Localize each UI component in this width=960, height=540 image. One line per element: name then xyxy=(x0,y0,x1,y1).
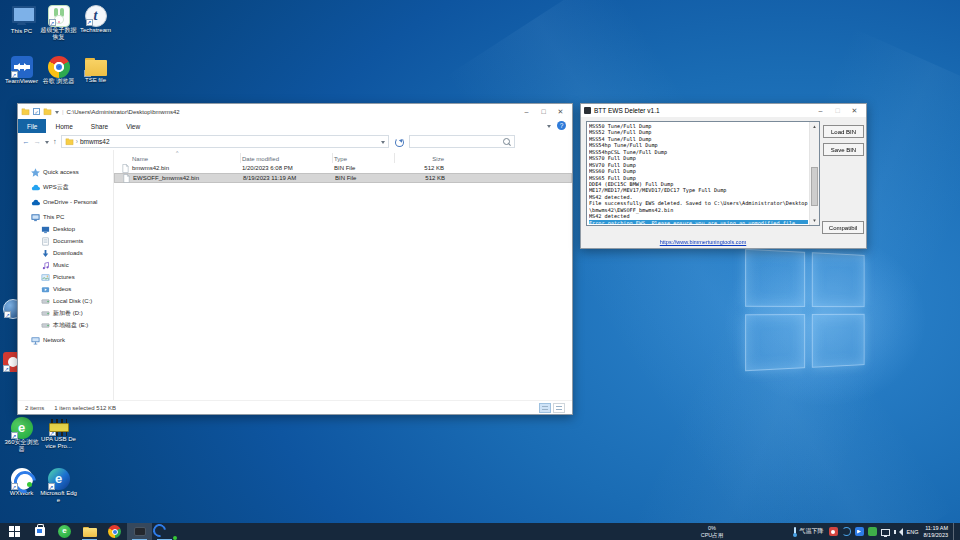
forward-button[interactable]: → xyxy=(34,137,42,146)
taskbar-360-browser[interactable] xyxy=(52,523,77,540)
tray-wxwork-icon[interactable] xyxy=(855,527,864,536)
cpu-usage-widget[interactable]: 0% CPU占用 xyxy=(682,525,742,538)
chrome-icon xyxy=(108,525,121,538)
shortcut-overlay-icon xyxy=(86,19,93,26)
close-button[interactable]: ✕ xyxy=(846,104,863,117)
taskbar-clock[interactable]: 11:19 AM 8/19/2023 xyxy=(924,525,948,538)
sidebar-item--d-[interactable]: 新加卷 (D:) xyxy=(18,307,113,319)
maximize-button[interactable]: □ xyxy=(829,104,846,117)
sidebar-item-downloads[interactable]: Downloads xyxy=(18,247,113,259)
up-button[interactable]: ↑ xyxy=(53,137,57,146)
scroll-up-arrow-icon[interactable]: ▲ xyxy=(810,122,819,131)
file-name-cell: EWSOFF_bmwms42.bin xyxy=(115,174,243,183)
explorer-main: Quick accessWPS云盘OneDrive - PersonalThis… xyxy=(18,150,572,400)
column-header-name[interactable]: Name xyxy=(114,156,242,162)
tray-green-app-icon[interactable] xyxy=(868,527,877,536)
minimize-button[interactable]: – xyxy=(812,104,829,117)
column-header-date-modified[interactable]: Date modified xyxy=(242,156,334,162)
wxwork-icon xyxy=(158,525,171,538)
sidebar-item-onedrive-personal[interactable]: OneDrive - Personal xyxy=(18,196,113,208)
sidebar-item-pictures[interactable]: Pictures xyxy=(18,271,113,283)
language-indicator[interactable]: ENG xyxy=(907,529,919,535)
desktop-icon-tse-file[interactable]: TSE file xyxy=(77,55,114,101)
desktop-icon-teamviewer[interactable]: TeamViewer xyxy=(3,55,40,101)
sidebar-item-local-disk-c-[interactable]: Local Disk (C:) xyxy=(18,295,113,307)
desktop-icon-google-chrome[interactable]: 谷歌 浏览器 xyxy=(40,55,77,101)
scroll-down-arrow-icon[interactable]: ▼ xyxy=(810,216,819,225)
cloudone-icon xyxy=(31,198,40,207)
tray-sync-icon[interactable] xyxy=(842,527,851,536)
log-line-highlighted: Error patching EWS. Please ensure you ar… xyxy=(589,220,808,224)
chevron-down-icon[interactable] xyxy=(55,111,59,116)
sidebar-item-music[interactable]: Music xyxy=(18,259,113,271)
load-bin-button[interactable]: Load BIN xyxy=(823,125,864,138)
search-box[interactable] xyxy=(409,135,515,148)
checkmark-icon[interactable] xyxy=(33,108,40,115)
address-dropdown-chevron-icon[interactable] xyxy=(381,141,385,146)
file-row[interactable]: EWSOFF_bmwms42.bin8/19/2023 11:19 AMBIN … xyxy=(114,173,572,183)
tab-view[interactable]: View xyxy=(117,119,149,133)
desktop-icon-wxwork[interactable]: WXWork xyxy=(3,467,40,513)
status-bar: 2 items 1 item selected 512 KB xyxy=(18,400,572,414)
desktop-icon-microsoft-edge[interactable]: Microsoft Edge xyxy=(40,467,77,513)
tray-antivirus-icon[interactable] xyxy=(829,527,838,536)
website-link[interactable]: https://www.bimmertuningtools.com xyxy=(586,239,820,245)
btt-app-icon xyxy=(134,527,146,536)
weather-widget[interactable]: 气温下降 xyxy=(793,527,824,537)
file-row[interactable]: bmwms42.bin1/20/2023 6:08 PMBIN File512 … xyxy=(114,163,572,173)
sidebar-item-documents[interactable]: Documents xyxy=(18,235,113,247)
sidebar-item-quick-access[interactable]: Quick access xyxy=(18,166,113,178)
sidebar-item-network[interactable]: Network xyxy=(18,334,113,346)
sidebar-item-desktop[interactable]: Desktop xyxy=(18,223,113,235)
taskbar-file-explorer[interactable] xyxy=(77,523,102,540)
scrollbar[interactable]: ▲ ▼ xyxy=(809,122,819,225)
sidebar-item-videos[interactable]: Videos xyxy=(18,283,113,295)
sidebar-item-label: 本地磁盘 (E:) xyxy=(53,321,88,330)
volume-icon[interactable] xyxy=(894,527,902,536)
maximize-button[interactable]: □ xyxy=(535,105,552,118)
close-button[interactable]: ✕ xyxy=(552,105,569,118)
file-icon xyxy=(121,164,130,173)
tab-share[interactable]: Share xyxy=(82,119,117,133)
shortcut-overlay-icon xyxy=(49,19,56,26)
desktop-wallpaper: This PC超级兔子数据恢复TechstreamTeamViewer谷歌 浏览… xyxy=(0,0,960,540)
log-textbox[interactable]: MSS50 Tune/Full DumpMSS52 Tune/Full Dump… xyxy=(586,121,820,226)
taskbar-microsoft-store[interactable] xyxy=(27,523,52,540)
sidebar-item-this-pc[interactable]: This PC xyxy=(18,211,113,223)
column-header-type[interactable]: Type xyxy=(334,156,396,162)
taskbar-btt-ews-deleter[interactable] xyxy=(127,523,152,540)
taskbar-chrome[interactable] xyxy=(102,523,127,540)
details-view-button[interactable] xyxy=(539,403,551,413)
address-bar[interactable]: › bmwms42 xyxy=(61,135,389,148)
recent-locations-chevron-icon[interactable] xyxy=(45,141,49,146)
taskbar-wxwork[interactable] xyxy=(152,523,177,540)
sidebar-item--e-[interactable]: 本地磁盘 (E:) xyxy=(18,319,113,331)
desktop-icon-360-safe-browser[interactable]: 360安全浏览器 xyxy=(3,416,40,462)
large-icons-view-button[interactable] xyxy=(553,403,565,413)
sidebar-item-label: Music xyxy=(53,262,69,268)
desktop-icon-techstream[interactable]: Techstream xyxy=(77,4,114,50)
start-button[interactable] xyxy=(2,523,27,540)
breadcrumb-folder[interactable]: bmwms42 xyxy=(80,138,110,145)
tab-file[interactable]: File xyxy=(18,119,46,133)
desktop-icon-label: This PC xyxy=(3,28,40,35)
tab-home[interactable]: Home xyxy=(46,119,81,133)
desktop-icon-upa-usb-device-programmer[interactable]: UPA USB Device Pro... xyxy=(40,416,77,462)
star-icon xyxy=(31,168,40,177)
refresh-icon[interactable] xyxy=(393,136,405,148)
minimize-button[interactable]: – xyxy=(518,105,535,118)
back-button[interactable]: ← xyxy=(22,137,30,146)
save-bin-button[interactable]: Save BIN xyxy=(823,143,864,156)
help-icon[interactable]: ? xyxy=(557,121,566,130)
show-desktop-button[interactable] xyxy=(953,523,957,540)
column-header-size[interactable]: Size xyxy=(396,156,450,162)
expand-ribbon-chevron-icon[interactable] xyxy=(547,125,551,130)
file-list-pane: ^ Name Date modified Type Size bmwms42.b… xyxy=(114,150,572,400)
desktop-icon-super-rabbit-data-recovery[interactable]: 超级兔子数据恢复 xyxy=(40,4,77,50)
sort-ascending-caret-icon: ^ xyxy=(176,150,178,156)
network-display-icon[interactable] xyxy=(881,529,890,536)
desktop-icon-this-pc[interactable]: This PC xyxy=(3,4,40,50)
sidebar-item-wps-[interactable]: WPS云盘 xyxy=(18,181,113,193)
compatibility-button[interactable]: Compatibil xyxy=(822,221,864,234)
scrollbar-thumb[interactable] xyxy=(811,167,818,206)
